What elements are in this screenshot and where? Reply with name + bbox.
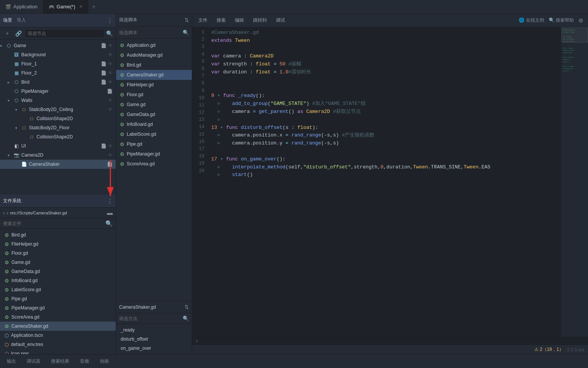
add-instance-button[interactable]: 🔗 (14, 30, 23, 37)
fs-search-input[interactable] (3, 221, 105, 226)
script-item-name: PipeManager.gd (127, 151, 160, 157)
method-list: _ready disturb_offset on_game_over (116, 324, 192, 354)
fs-collapse-icon[interactable]: ▬ (107, 209, 113, 216)
script-search-icon[interactable]: 🔍 (183, 30, 189, 35)
output-tab[interactable]: 输出 (5, 357, 18, 366)
fs-item-gamedata[interactable]: ⚙ GameData.gd (0, 267, 116, 276)
method-search-input[interactable] (119, 316, 183, 321)
search-icon[interactable]: 🔍 (106, 30, 113, 36)
search-help-button[interactable]: 🔍 搜索帮助 (549, 17, 574, 24)
script-search-area: 🔍 (116, 27, 192, 39)
script-item-camerashaker[interactable]: ⚙ CameraShaker.gd (116, 70, 192, 80)
script-item-labelscore[interactable]: ⚙ LabelScore.gd (116, 129, 192, 139)
fs-back-icon[interactable]: ‹ (3, 209, 5, 216)
method-search-icon[interactable]: 🔍 (183, 316, 189, 321)
method-sort-icon[interactable]: ⇅ (185, 304, 189, 310)
fs-item-pipemanager[interactable]: ⚙ PipeManager.gd (0, 303, 116, 312)
tree-item-ui[interactable]: ◧ UI 📄 👁 (0, 141, 116, 151)
tab-add-button[interactable]: + (88, 3, 99, 10)
method-item-gameover[interactable]: on_game_over (116, 344, 192, 353)
fs-item-game[interactable]: ⚙ Game.gd (0, 258, 116, 267)
animation-tab[interactable]: 动画 (97, 357, 111, 366)
fs-menu-icon[interactable]: ⋮ (107, 198, 113, 205)
script-icon: 📄 (107, 89, 113, 94)
fs-item-default-env[interactable]: ⬡ default_env.tres (0, 340, 116, 349)
script-item-name: Application.gd (127, 43, 155, 48)
tree-item-walls[interactable]: ▾ ⬡ Walls 👁 (0, 96, 116, 105)
fs-item-labelscore[interactable]: ⚙ LabelScore.gd (0, 285, 116, 294)
online-doc-button[interactable]: 🌐 在线文档 (519, 17, 544, 24)
script-item-game[interactable]: ⚙ Game.gd (116, 100, 192, 109)
fs-item-floor[interactable]: ⚙ Floor.gd (0, 249, 116, 258)
tree-item-staticbody-ceiling[interactable]: ▾ □ StaticBody2D_Ceiling 👁 (0, 105, 116, 114)
fs-forward-icon[interactable]: › (6, 209, 8, 216)
code-content[interactable]: #CameraShaker.gd extends Tween var camer… (207, 27, 561, 337)
horizontal-scrollbar[interactable]: ‹ (192, 337, 588, 344)
script-icon: 📄 (101, 70, 107, 76)
script-item-application[interactable]: ⚙ Application.gd (116, 40, 192, 50)
method-item-disturb[interactable]: disturb_offset (116, 335, 192, 344)
fs-item-infoboard[interactable]: ⚙ InfoBoard.gd (0, 276, 116, 285)
script-item-filehelper[interactable]: ⚙ FileHelper.gd (116, 80, 192, 90)
visibility-icon: 👁 (108, 98, 113, 103)
method-item-ready[interactable]: _ready (116, 325, 192, 335)
script-item-pipe[interactable]: ⚙ Pipe.gd (116, 139, 192, 149)
fs-item-filehelper[interactable]: ⚙ FileHelper.gd (0, 240, 116, 249)
debugger-tab[interactable]: 调试器 (24, 357, 43, 366)
tree-item-collision-floor[interactable]: □ CollisionShape2D (0, 132, 116, 141)
tree-item-background[interactable]: 🖼 Background 👁 (0, 50, 116, 59)
tree-item-camera2d[interactable]: ▾ 📷 Camera2D 👁 (0, 151, 116, 160)
search-results-tab[interactable]: 搜索结果 (49, 357, 72, 366)
fs-list: ⚙ Bird.gd ⚙ FileHelper.gd ⚙ Floor.gd ⚙ (0, 229, 116, 354)
audio-tab[interactable]: 音频 (78, 357, 91, 366)
menu-debug[interactable]: 调试 (274, 16, 287, 25)
fs-filename: InfoBoard.gd (11, 278, 38, 283)
script-search-input[interactable] (119, 30, 183, 35)
scene-toolbar: ＋ 🔗 🔍 (0, 27, 116, 40)
fs-item-application-tscn[interactable]: ⬡ Application.tscn (0, 331, 116, 340)
script-sort-icon[interactable]: ⇅ (185, 17, 189, 23)
camera2d-name: Camera2D (21, 152, 108, 158)
script-item-scorearea[interactable]: ⚙ ScoreArea.gd (116, 159, 192, 169)
fs-item-pipe[interactable]: ⚙ Pipe.gd (0, 294, 116, 303)
tab-game-label: Game(*) (57, 4, 75, 10)
add-node-button[interactable]: ＋ (3, 29, 11, 38)
fs-item-bird[interactable]: ⚙ Bird.gd (0, 230, 116, 240)
menu-file[interactable]: 文件 (197, 16, 209, 25)
gd-file-icon: ⚙ (120, 52, 124, 58)
tree-item-collision-ceiling[interactable]: □ CollisionShape2D (0, 114, 116, 123)
line-numbers: 12345 678910 1112131415 1617181920 (192, 27, 207, 337)
script-item-bird[interactable]: ⚙ Bird.gd (116, 60, 192, 70)
fs-item-icon[interactable]: ⬡ Icon.png (0, 349, 116, 354)
tree-item-camerashaker[interactable]: 📄 CameraShaker 📄 (0, 160, 116, 169)
tree-item-floor2[interactable]: ▦ Floor_2 📄 👁 (0, 68, 116, 78)
visibility-icon: 👁 (108, 152, 113, 158)
tree-item-floor1[interactable]: ▦ Floor_1 📄 👁 (0, 59, 116, 68)
tree-item-pipemanager[interactable]: ⬡ PipeManager 📄 (0, 87, 116, 96)
menu-goto[interactable]: 跳转到 (252, 16, 268, 25)
fs-item-camerashaker[interactable]: ⚙ CameraShaker.gd (0, 322, 116, 331)
menu-edit[interactable]: 编辑 (233, 16, 245, 25)
script-item-audiomanager[interactable]: ⚙ AudioManager.gd (116, 50, 192, 60)
game-node-icon: ⬡ (5, 42, 12, 49)
script-item-pipemanager[interactable]: ⚙ PipeManager.gd (116, 149, 192, 159)
staticbody-floor-name: StaticBody2D_Floor (29, 125, 113, 130)
script-item-infoboard[interactable]: ⚙ InfoBoard.gd (116, 119, 192, 129)
import-tab[interactable]: 导入 (17, 17, 26, 24)
fs-item-scorearea[interactable]: ⚙ ScoreArea.gd (0, 312, 116, 322)
menu-search[interactable]: 搜索 (215, 16, 227, 25)
tab-game[interactable]: 🎮 Game(*) ✕ (43, 0, 88, 13)
tab-application[interactable]: 🎬 Application (0, 0, 43, 13)
tree-item-bird[interactable]: ▸ ⬡ Bird 📄 👁 (0, 78, 116, 87)
tree-item-staticbody-floor[interactable]: ▾ □ StaticBody2D_Floor (0, 123, 116, 132)
settings-icon[interactable]: ⚙ (578, 17, 583, 24)
script-item-floor[interactable]: ⚙ Floor.gd (116, 90, 192, 100)
scene-search-input[interactable] (25, 30, 104, 37)
tree-item-game[interactable]: ▾ ⬡ Game 📄 👁 (0, 41, 116, 50)
scene-menu-icon[interactable]: ⋮ (107, 17, 113, 24)
fs-search-icon[interactable]: 🔍 (105, 220, 113, 227)
scene-tab[interactable]: 场景 (3, 17, 12, 24)
script-item-gamedata[interactable]: ⚙ GameData.gd (116, 109, 192, 119)
staticbody-ceiling-name: StaticBody2D_Ceiling (29, 107, 108, 112)
tab-close-icon[interactable]: ✕ (79, 4, 83, 9)
